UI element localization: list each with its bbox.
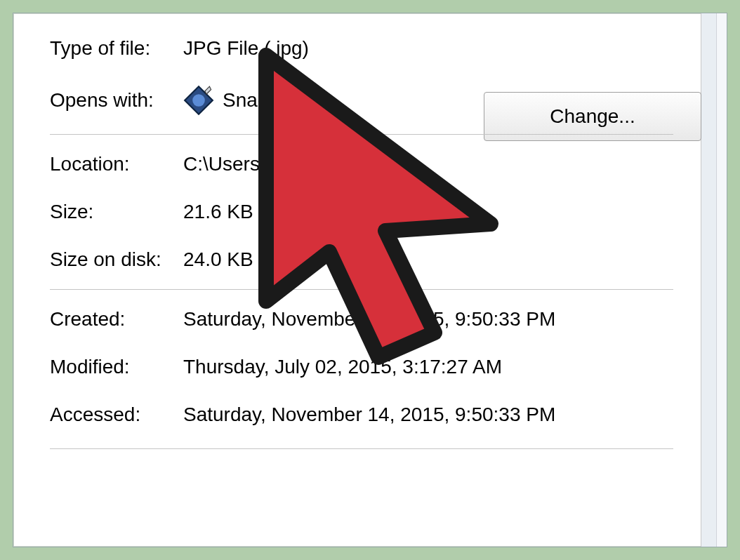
label-modified: Modified: — [50, 356, 183, 378]
row-created: Created: Saturday, November 14, 2015, 9:… — [50, 295, 673, 343]
value-location: C:\Users\Us — [183, 153, 673, 175]
size-on-disk-part-a: 24.0 KB (24 — [183, 248, 287, 271]
svg-point-1 — [192, 94, 205, 107]
row-size-on-disk: Size on disk: 24.0 KB (24 byte — [50, 236, 673, 284]
value-opens-with: Snagit — [183, 85, 673, 116]
row-type-of-file: Type of file: JPG File (.jpg) — [50, 13, 673, 72]
properties-content: Type of file: JPG File (.jpg) Opens with… — [13, 13, 701, 547]
window-right-edge — [701, 13, 727, 547]
row-size: Size: 21.6 KB (22 — [50, 188, 673, 236]
app-icon — [183, 85, 214, 116]
label-location: Location: — [50, 153, 183, 175]
properties-dialog-frame: Change... Type of file: JPG File (.jpg) … — [13, 13, 727, 547]
label-created: Created: — [50, 308, 183, 331]
value-size: 21.6 KB (22 — [183, 201, 673, 223]
separator-1 — [50, 134, 673, 135]
label-opens-with: Opens with: — [50, 89, 183, 112]
label-size: Size: — [50, 201, 183, 223]
value-modified: Thursday, July 02, 2015, 3:17:27 AM — [183, 356, 673, 378]
row-location: Location: C:\Users\Us — [50, 140, 673, 188]
value-created: Saturday, November 14, 2015, 9:50:33 PM — [183, 308, 673, 331]
label-size-on-disk: Size on disk: — [50, 248, 183, 271]
value-size-on-disk: 24.0 KB (24 byte — [183, 248, 673, 271]
separator-3 — [50, 448, 673, 449]
scrollbar-track[interactable] — [716, 13, 727, 547]
label-accessed: Accessed: — [50, 404, 183, 426]
row-accessed: Accessed: Saturday, November 14, 2015, 9… — [50, 391, 673, 439]
row-modified: Modified: Thursday, July 02, 2015, 3:17:… — [50, 343, 673, 391]
label-type-of-file: Type of file: — [50, 37, 183, 60]
value-accessed: Saturday, November 14, 2015, 9:50:33 PM — [183, 404, 673, 426]
size-on-disk-part-b: byte — [367, 248, 404, 271]
row-opens-with: Opens with: Snagit — [50, 72, 673, 128]
opens-with-app-name: Snagit — [223, 89, 278, 112]
separator-2 — [50, 289, 673, 290]
value-type-of-file: JPG File (.jpg) — [183, 37, 673, 60]
